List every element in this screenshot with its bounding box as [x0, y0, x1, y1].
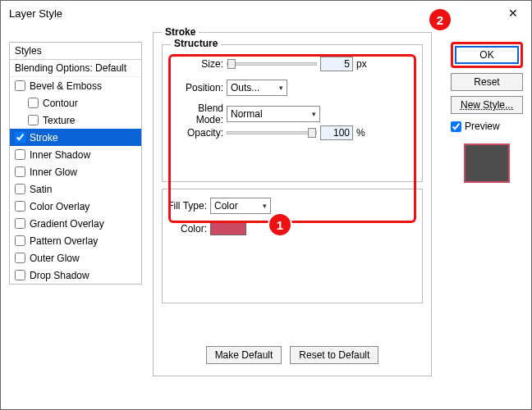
style-checkbox[interactable] [15, 235, 25, 246]
style-item-outer-glow[interactable]: Outer Glow [10, 249, 141, 266]
opacity-slider-thumb[interactable] [308, 128, 316, 138]
style-item-pattern-overlay[interactable]: Pattern Overlay [10, 232, 141, 249]
blending-options-row[interactable]: Blending Options: Default [10, 60, 141, 77]
style-item-label: Bevel & Emboss [30, 80, 102, 92]
preview-thumbnail [464, 144, 510, 183]
size-unit: px [356, 58, 367, 70]
preview-row: Preview [451, 121, 523, 132]
style-checkbox[interactable] [15, 184, 25, 194]
reset-button[interactable]: Reset [451, 73, 523, 91]
opacity-label: Opacity: [184, 127, 223, 139]
layer-style-dialog: Layer Style ✕ Styles Blending Options: D… [0, 0, 532, 410]
styles-list: Bevel & EmbossContourTextureStrokeInner … [10, 77, 141, 284]
ok-button[interactable]: OK [455, 46, 519, 64]
fill-box: Fill Type: Color ▾ Color: [162, 189, 423, 303]
callout-badge-1: 1 [268, 212, 292, 237]
chevron-down-icon: ▾ [312, 110, 316, 118]
filltype-label: Fill Type: [166, 200, 207, 212]
style-item-label: Drop Shadow [30, 270, 89, 281]
position-label: Position: [182, 82, 223, 93]
style-item-inner-glow[interactable]: Inner Glow [10, 163, 141, 180]
style-item-gradient-overlay[interactable]: Gradient Overlay [10, 215, 141, 232]
stroke-group-title: Stroke [162, 26, 199, 38]
style-item-label: Gradient Overlay [30, 218, 104, 230]
callout-highlight-2: OK [451, 42, 523, 68]
opacity-unit: % [356, 127, 365, 139]
style-item-label: Satin [30, 184, 52, 195]
style-checkbox[interactable] [15, 270, 25, 280]
position-select[interactable]: Outs... ▾ [227, 80, 287, 96]
blend-mode-value: Normal [231, 108, 263, 120]
color-label: Color: [177, 223, 207, 235]
styles-header[interactable]: Styles [10, 43, 141, 60]
style-item-contour[interactable]: Contour [10, 94, 141, 112]
chevron-down-icon: ▾ [279, 84, 283, 92]
style-item-stroke[interactable]: Stroke [10, 129, 141, 146]
style-checkbox[interactable] [15, 201, 25, 212]
color-swatch[interactable] [210, 222, 246, 235]
style-checkbox[interactable] [15, 132, 25, 143]
style-item-label: Pattern Overlay [30, 235, 98, 247]
styles-panel: Styles Blending Options: Default Bevel &… [9, 42, 142, 285]
opacity-slider[interactable] [227, 131, 317, 134]
stroke-group: Stroke Structure Size: px Position: Outs… [153, 32, 432, 376]
style-item-label: Contour [43, 98, 78, 109]
window-title: Layer Style [9, 7, 62, 20]
size-label: Size: [199, 58, 223, 70]
style-checkbox[interactable] [15, 166, 25, 177]
defaults-row: Make Default Reset to Default [154, 346, 431, 364]
style-checkbox[interactable] [15, 80, 25, 91]
dialog-body: Styles Blending Options: Default Bevel &… [1, 25, 531, 409]
style-checkbox[interactable] [28, 115, 39, 125]
filltype-value: Color [214, 200, 238, 212]
preview-label: Preview [465, 121, 500, 132]
style-item-label: Outer Glow [30, 253, 80, 264]
chevron-down-icon: ▾ [263, 202, 267, 210]
style-item-color-overlay[interactable]: Color Overlay [10, 198, 141, 215]
close-icon: ✕ [508, 7, 518, 20]
position-value: Outs... [231, 82, 259, 93]
close-button[interactable]: ✕ [494, 1, 531, 25]
filltype-select[interactable]: Color ▾ [210, 198, 271, 214]
make-default-button[interactable]: Make Default [206, 346, 282, 364]
style-item-satin[interactable]: Satin [10, 180, 141, 198]
blend-mode-label: Blend Mode: [169, 102, 223, 125]
style-item-label: Texture [43, 115, 75, 126]
style-checkbox[interactable] [15, 253, 25, 263]
style-item-bevel-emboss[interactable]: Bevel & Emboss [10, 77, 141, 94]
opacity-input[interactable] [320, 125, 353, 140]
style-item-texture[interactable]: Texture [10, 112, 141, 129]
style-item-label: Inner Glow [30, 166, 77, 178]
right-column: OK Reset New Style... Preview [451, 42, 523, 183]
preview-checkbox[interactable] [451, 121, 461, 132]
size-slider-thumb[interactable] [227, 59, 236, 69]
size-input[interactable] [320, 57, 353, 71]
style-item-inner-shadow[interactable]: Inner Shadow [10, 146, 141, 163]
callout-badge-2: 2 [428, 7, 452, 32]
new-style-button[interactable]: New Style... [451, 96, 523, 114]
style-checkbox[interactable] [15, 218, 25, 229]
blend-mode-select[interactable]: Normal ▾ [227, 106, 320, 122]
style-item-drop-shadow[interactable]: Drop Shadow [10, 266, 141, 284]
style-checkbox[interactable] [28, 98, 39, 108]
style-item-label: Stroke [30, 132, 58, 144]
structure-box: Structure Size: px Position: Outs... ▾ [162, 44, 423, 182]
reset-to-default-button[interactable]: Reset to Default [290, 346, 378, 364]
size-slider[interactable] [227, 62, 317, 66]
style-item-label: Color Overlay [30, 201, 89, 212]
structure-title: Structure [171, 38, 221, 49]
style-item-label: Inner Shadow [30, 149, 90, 161]
style-checkbox[interactable] [15, 149, 25, 160]
